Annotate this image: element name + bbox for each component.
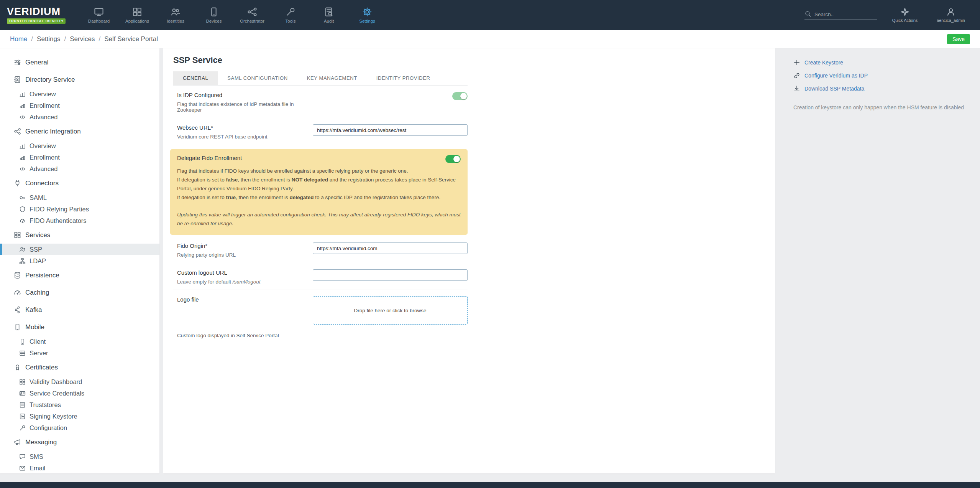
action-link-configure-veridium-as-idp[interactable]: Configure Veridium as IDP [793,72,969,79]
sidebar-item-signing-keystore[interactable]: Signing Keystore [0,411,159,422]
nav-item-label: Devices [206,19,222,23]
phone-icon [209,7,219,17]
fido-description-bold-term: NOT delegated [292,177,328,183]
nav-item-tools[interactable]: Tools [271,0,310,30]
nav-item-settings[interactable]: Settings [348,0,386,30]
sidebar-item-ldap[interactable]: LDAP [0,255,159,267]
bars-icon [19,154,26,161]
field-label: Custom logout URL [177,269,305,276]
fido-description-text: , then the enrollment is [238,177,291,183]
fido-description-line: If delegation is set to false, then the … [177,175,461,193]
websec-url-input[interactable] [313,124,468,136]
sidebar-item-label: FIDO Relying Parties [30,206,89,213]
sidebar-item-enrollment[interactable]: Enrollment [0,152,159,163]
field-description: Relying party origins URL [177,252,305,258]
sidebar-item-validity-dashboard[interactable]: Validity Dashboard [0,376,159,387]
sidebar-item-saml[interactable]: SAML [0,192,159,203]
sidebar-item-client[interactable]: Client [0,336,159,347]
fido-description-text: Flag that indicates if FIDO keys should … [177,168,408,174]
sidebar-item-server[interactable]: Server [0,347,159,359]
sidebar-item-service-credentials[interactable]: Service Credentials [0,387,159,399]
tab-general[interactable]: GENERAL [173,71,218,85]
nav-item-audit[interactable]: Audit [310,0,348,30]
logo-file-dropzone[interactable]: Drop file here or click to browse [313,296,468,325]
fido-origin-input[interactable] [313,242,468,254]
shield-icon [19,206,26,213]
fido-description-text: If delegation is set to [177,177,226,183]
sidebar-item-messaging[interactable]: Messaging [0,434,159,451]
sidebar-item-label: Overview [30,142,56,150]
nav-item-label: Tools [286,19,296,23]
nav-item-label: Dashboard [88,19,110,23]
nav-item-dashboard[interactable]: Dashboard [80,0,118,30]
sidebar-item-overview[interactable]: Overview [0,140,159,152]
custom-logout-url-input[interactable] [313,269,468,281]
page-title: SSP Service [173,55,775,65]
sidebar-item-enrollment[interactable]: Enrollment [0,100,159,111]
save-button[interactable]: Save [947,34,970,44]
delegate-fido-enrollment-toggle[interactable] [445,155,461,163]
field-control [313,242,468,254]
sidebar-item-truststores[interactable]: Truststores [0,399,159,411]
sidebar-item-label: Mobile [25,323,44,331]
sidebar-item-configuration[interactable]: Configuration [0,422,159,434]
sidebar-item-email[interactable]: Email [0,462,159,473]
certificate-icon [14,364,21,371]
sidebar-item-fido-relying-parties[interactable]: FIDO Relying Parties [0,203,159,215]
kafka-icon [14,306,21,313]
sidebar-item-services[interactable]: Services [0,226,159,244]
sidebar-item-mobile[interactable]: Mobile [0,318,159,336]
nav-item-identities[interactable]: Identities [156,0,195,30]
breadcrumb-item-settings[interactable]: Settings [37,35,60,43]
tab-identity-provider[interactable]: IDENTITY PROVIDER [367,71,440,85]
search-input[interactable] [814,12,870,17]
sidebar-item-kafka[interactable]: Kafka [0,301,159,318]
search-icon [804,10,811,17]
tab-saml-configuration[interactable]: SAML CONFIGURATION [218,71,297,85]
is-idp-configured-toggle[interactable] [452,92,468,100]
list-icon [19,402,26,408]
fido-description-bold-term: delegated [289,195,314,200]
idcard-icon [19,390,26,397]
sidebar-item-ssp[interactable]: SSP [0,244,159,255]
breadcrumb-item-home[interactable]: Home [10,35,27,43]
quick-actions-icon [900,7,909,16]
sidebar-item-caching[interactable]: Caching [0,284,159,301]
quick-actions-button[interactable]: Quick Actions [886,7,923,23]
quick-actions-label: Quick Actions [892,18,918,23]
database-icon [14,272,21,279]
sidebar-item-overview[interactable]: Overview [0,88,159,100]
field-row-websec-url: Websec URL* Veridium core REST API base … [173,118,468,145]
action-link-download-ssp-metadata[interactable]: Download SSP Metadata [793,85,969,92]
user-menu[interactable]: aencica_admin [932,7,969,23]
sidebar-item-sms[interactable]: SMS [0,451,159,462]
chat-icon [19,453,26,460]
sidebar-item-general[interactable]: General [0,54,159,71]
sidebar-item-generic-integration[interactable]: Generic Integration [0,123,159,140]
nav-item-orchestrator[interactable]: Orchestrator [233,0,271,30]
sidebar-item-label: Advanced [30,165,57,173]
breadcrumb-separator: / [31,35,33,43]
field-text-block: Fido Origin* Relying party origins URL [177,242,313,258]
action-link-create-keystore[interactable]: Create Keystore [793,59,969,66]
sidebar-item-advanced[interactable]: Advanced [0,163,159,175]
breadcrumb-item-services[interactable]: Services [70,35,95,43]
sidebar-item-fido-authenticators[interactable]: FIDO Authenticators [0,215,159,226]
nav-item-label: Applications [125,19,149,23]
plug-icon [14,180,21,187]
sidebar-item-directory-service[interactable]: Directory Service [0,71,159,88]
nav-item-devices[interactable]: Devices [195,0,233,30]
sidebar-item-connectors[interactable]: Connectors [0,175,159,192]
sidebar-item-certificates[interactable]: Certificates [0,359,159,376]
tab-key-management[interactable]: KEY MANAGEMENT [297,71,367,85]
nav-item-label: Orchestrator [240,19,264,23]
field-control: Drop file here or click to browse [313,296,468,325]
phone-icon [14,323,21,331]
nav-item-applications[interactable]: Applications [118,0,156,30]
field-label: Websec URL* [177,124,305,131]
sidebar-item-persistence[interactable]: Persistence [0,267,159,284]
field-text-block: Websec URL* Veridium core REST API base … [177,124,313,140]
breadcrumb-bar: Home/Settings/Services/Self Service Port… [0,30,980,48]
sidebar-item-advanced[interactable]: Advanced [0,111,159,123]
fido-description-text: , then the enrollment is [236,195,289,200]
